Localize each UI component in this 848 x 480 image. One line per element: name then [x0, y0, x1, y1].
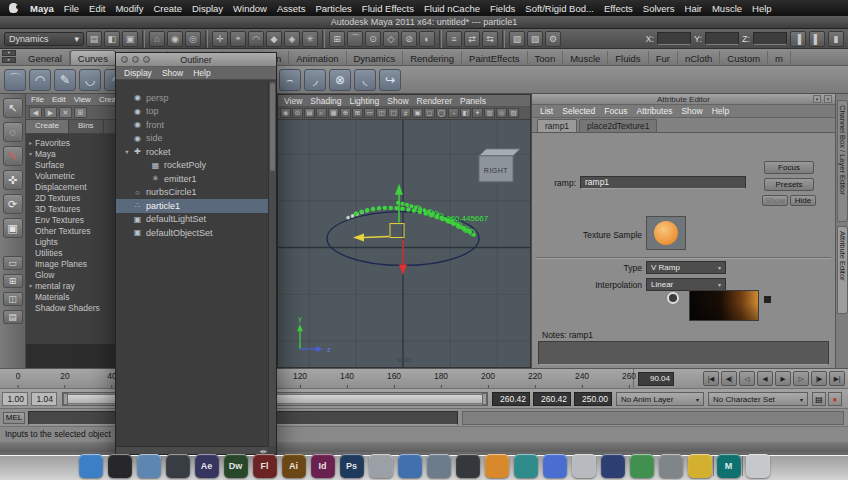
menubar-item[interactable]: Solvers [638, 3, 680, 14]
sub-frame-field[interactable]: 250.00 [574, 392, 612, 406]
attribute-editor-menu[interactable]: Attributes [636, 106, 672, 116]
z-coordinate-field[interactable] [753, 32, 787, 45]
auto-keyframe-icon[interactable]: ● [828, 392, 842, 406]
app-blue-2[interactable] [398, 454, 422, 478]
viewport-menu[interactable]: Show [387, 96, 408, 106]
shelf-tab[interactable]: Dynamics [347, 51, 404, 65]
isolate-select-icon[interactable]: ◎ [496, 108, 507, 118]
lock-camera-icon[interactable]: ⊙ [292, 108, 303, 118]
render-frame-icon[interactable]: ▧ [509, 31, 525, 47]
mask-surfaces-icon[interactable]: ◆ [266, 31, 282, 47]
indesign[interactable]: Id [311, 454, 335, 478]
apple-menu-icon[interactable] [9, 3, 18, 13]
save-scene-icon[interactable]: ▣ [122, 31, 138, 47]
camera-attributes-icon[interactable]: ▤ [304, 108, 315, 118]
app-silver[interactable] [572, 454, 596, 478]
select-component-icon[interactable]: ◎ [185, 31, 201, 47]
photoshop[interactable]: Ps [340, 454, 364, 478]
app-orange[interactable] [485, 454, 509, 478]
app-navy[interactable] [601, 454, 625, 478]
attribute-editor-header[interactable]: Attribute Editor ▾ ✕ [532, 94, 835, 105]
anim-layer-dropdown[interactable]: No Anim Layer▾ [616, 392, 704, 406]
outliner-item[interactable]: ◉ persp [116, 91, 268, 105]
shelf-tab[interactable]: m [768, 51, 791, 65]
create-node-category[interactable]: Utilities [26, 247, 115, 258]
outliner-menu[interactable]: Display [124, 68, 152, 78]
outliner-item[interactable]: ▣ defaultObjectSet [116, 226, 268, 240]
menubar-item[interactable]: Soft/Rigid Bod... [520, 3, 599, 14]
hypershade-menu[interactable]: File [31, 95, 44, 104]
select-hierarchy-icon[interactable]: ⌂ [149, 31, 165, 47]
menubar-item[interactable]: Effects [599, 3, 638, 14]
outliner-item[interactable]: ✳ emitter1 [116, 172, 268, 186]
menubar-item[interactable]: Edit [84, 3, 110, 14]
shelf-tab[interactable]: Rendering [403, 51, 462, 65]
mask-dynamics-icon[interactable]: ✳ [302, 31, 318, 47]
create-node-category[interactable]: Displacement [26, 181, 115, 192]
select-tool[interactable]: ↖ [3, 98, 23, 118]
snap-plane-icon[interactable]: ◇ [383, 31, 399, 47]
image-plane-icon[interactable]: ▦ [328, 108, 339, 118]
shelf-tab[interactable]: Muscle [563, 51, 608, 65]
ramp-entry-handle[interactable] [667, 292, 679, 304]
menubar-item[interactable]: Create [148, 3, 187, 14]
viewport-canvas[interactable]: 260.445667 RIGHT [278, 120, 530, 367]
shelf-tab[interactable]: nCloth [678, 51, 720, 65]
range-end-handle[interactable] [482, 393, 487, 405]
outliner-item[interactable]: ∴ particle1 [116, 199, 268, 213]
resolution-gate-icon[interactable]: ◫ [376, 108, 387, 118]
playback-start-field[interactable]: 1.04 [31, 392, 57, 406]
attribute-editor-menu[interactable]: List [540, 106, 553, 116]
ep-curve-tool-icon[interactable]: ◠ [29, 69, 51, 91]
wireframe-icon[interactable]: ◯ [436, 108, 447, 118]
app-green[interactable] [630, 454, 654, 478]
intersect-curves-icon[interactable]: ⊗ [329, 69, 351, 91]
manipulator-left-axis[interactable] [353, 234, 389, 242]
y-coordinate-field[interactable] [705, 32, 739, 45]
expand-arrow[interactable]: ▾ [122, 148, 132, 156]
window-titlebar[interactable]: Autodesk Maya 2011 x64: untitled* --- pa… [0, 16, 848, 29]
film-gate-icon[interactable]: ▭ [364, 108, 375, 118]
list-inputs-icon[interactable]: ⇄ [464, 31, 480, 47]
current-time-field[interactable]: 90.04 [638, 372, 674, 386]
list-outputs-icon[interactable]: ⇆ [482, 31, 498, 47]
focus-button[interactable]: Focus [764, 161, 814, 174]
select-camera-icon[interactable]: ◉ [280, 108, 291, 118]
lights-icon[interactable]: ✦ [472, 108, 483, 118]
ramp-gradient[interactable] [689, 290, 759, 321]
animation-start-field[interactable]: 1.00 [2, 392, 28, 406]
tool-settings-toggle-icon[interactable]: ▌ [809, 31, 825, 47]
grid-toggle-icon[interactable]: ⊞ [352, 108, 363, 118]
play-backwards-button[interactable]: ◀ [757, 371, 773, 386]
after-effects[interactable]: Ae [195, 454, 219, 478]
attribute-editor-menu[interactable]: Show [681, 106, 702, 116]
attribute-editor-toggle-icon[interactable]: ▐ [790, 31, 806, 47]
outliner-item[interactable]: ○ nurbsCircle1 [116, 186, 268, 200]
character-set-dropdown[interactable]: No Character Set▾ [708, 392, 808, 406]
expand-arrow[interactable]: ▾ [26, 282, 35, 289]
step-back-key-button[interactable]: ◀| [721, 371, 737, 386]
presets-button[interactable]: Presets [764, 178, 814, 191]
shadows-icon[interactable]: ▥ [484, 108, 495, 118]
minimize-window-icon[interactable] [132, 56, 139, 63]
shelf-tab-arrow-icon[interactable]: ▾ [2, 50, 16, 56]
step-back-frame-button[interactable]: ◁ [739, 371, 755, 386]
show-button[interactable]: Show [762, 195, 788, 206]
maya-app[interactable]: M [717, 454, 741, 478]
attribute-editor-menu[interactable]: Selected [562, 106, 595, 116]
hypershade-tab[interactable]: Bins [69, 120, 104, 133]
menubar-item[interactable]: Modify [110, 3, 148, 14]
create-node-category[interactable]: Other Textures [26, 225, 115, 236]
shelf-tab[interactable]: Animation [289, 51, 346, 65]
go-to-start-button[interactable]: |◀ [703, 371, 719, 386]
safe-title-icon[interactable]: ◻ [424, 108, 435, 118]
create-node-category[interactable]: Materials [26, 291, 115, 302]
outliner-menu[interactable]: Help [193, 68, 210, 78]
viewport-menu[interactable]: Panels [460, 96, 486, 106]
duplicate-curve-icon[interactable]: ↪ [379, 69, 401, 91]
shelf-tab[interactable]: PaintEffects [462, 51, 528, 65]
create-node-category[interactable]: ▾ mental ray [26, 280, 115, 291]
step-forward-frame-button[interactable]: ▷ [793, 371, 809, 386]
step-forward-key-button[interactable]: |▶ [811, 371, 827, 386]
mask-joints-icon[interactable]: ⌖ [230, 31, 246, 47]
